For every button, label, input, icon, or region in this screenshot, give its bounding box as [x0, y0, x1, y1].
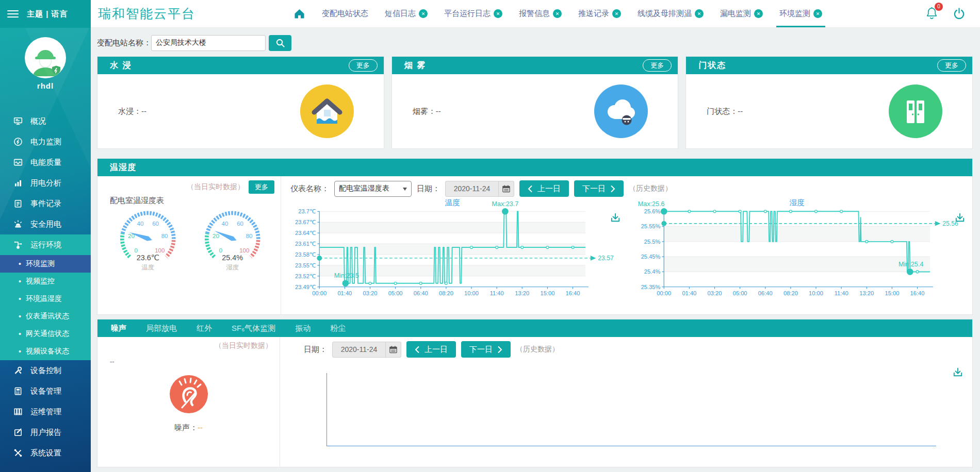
hamburger-icon[interactable]: [7, 10, 19, 18]
topnav-item-环境监测[interactable]: 环境监测✕: [779, 0, 822, 27]
sidebar-item-设备管理[interactable]: 设备管理: [0, 381, 91, 401]
download-icon[interactable]: [953, 367, 963, 377]
clear-badge-icon[interactable]: ✕: [695, 9, 704, 18]
avatar[interactable]: [25, 37, 66, 78]
tab-噪声[interactable]: 噪声: [111, 324, 126, 333]
clear-badge-icon[interactable]: ✕: [813, 9, 822, 18]
station-name-label: 变配电站名称：: [97, 38, 151, 48]
noise-sensor-icon: [166, 372, 211, 417]
date-picker[interactable]: 2020-11-24: [332, 342, 401, 358]
topnav-item-推送记录[interactable]: 推送记录✕: [578, 0, 621, 27]
next-day-button[interactable]: 下一日: [574, 180, 624, 197]
sidebar-subitem-环境温湿度[interactable]: •环境温湿度: [0, 290, 91, 308]
card-more-button[interactable]: 更多: [349, 59, 378, 72]
svg-text:16:40: 16:40: [910, 290, 925, 296]
water-sensor-icon: [300, 85, 354, 138]
svg-text:25.4%: 25.4%: [644, 268, 661, 275]
svg-text:0: 0: [219, 247, 222, 254]
tab-SF₆气体监测[interactable]: SF₆气体监测: [232, 324, 275, 333]
search-button[interactable]: [269, 35, 291, 51]
topnav-item-线缆及母排测温[interactable]: 线缆及母排测温✕: [638, 0, 704, 27]
gauge-more-button[interactable]: 更多: [249, 180, 274, 194]
next-day-button[interactable]: 下一日: [461, 341, 511, 358]
sidebar-subitem-视频设备状态[interactable]: •视频设备状态: [0, 343, 91, 360]
tab-振动[interactable]: 振动: [295, 324, 311, 333]
svg-text:0: 0: [134, 247, 137, 254]
topnav-item-label: 变配电站状态: [322, 9, 368, 19]
home-icon[interactable]: [293, 8, 305, 20]
bullet-icon: •: [19, 313, 21, 320]
date-label: 日期：: [304, 345, 327, 355]
svg-text:40: 40: [137, 221, 144, 227]
station-search-input[interactable]: [151, 35, 266, 51]
noise-value-line: 噪声：--: [105, 423, 272, 433]
sidebar-subitem-label: 仪表通讯状态: [26, 312, 69, 321]
meter-select[interactable]: 配电室温湿度表: [334, 181, 412, 197]
sidebar-item-用电分析[interactable]: 用电分析: [0, 173, 91, 193]
realtime-label: （当日实时数据）: [215, 341, 272, 350]
sidebar-subitem-仪表通讯状态[interactable]: •仪表通讯状态: [0, 308, 91, 325]
topnav-item-短信日志[interactable]: 短信日志✕: [385, 0, 428, 27]
prev-day-button[interactable]: 上一日: [519, 180, 569, 197]
clear-badge-icon[interactable]: ✕: [419, 9, 428, 18]
svg-text:25.5%: 25.5%: [644, 239, 661, 245]
tab-红外[interactable]: 红外: [197, 324, 212, 333]
noise-label: 噪声：: [174, 423, 198, 432]
sidebar-item-用户报告[interactable]: 用户报告: [0, 422, 91, 443]
tab-粉尘[interactable]: 粉尘: [330, 324, 346, 333]
door-sensor-icon: [889, 85, 942, 138]
card-more-button[interactable]: 更多: [937, 59, 966, 72]
sidebar-subitem-网关通信状态[interactable]: •网关通信状态: [0, 325, 91, 343]
prev-day-button[interactable]: 上一日: [406, 341, 456, 358]
sidebar-item-事件记录[interactable]: 事件记录: [0, 193, 91, 214]
card-more-button[interactable]: 更多: [643, 59, 672, 72]
date-picker[interactable]: 2020-11-24: [445, 181, 514, 197]
svg-text:80: 80: [246, 233, 252, 239]
svg-text:13:20: 13:20: [515, 290, 529, 296]
sidebar-item-电能质量[interactable]: 电能质量: [0, 152, 91, 173]
clear-badge-icon[interactable]: ✕: [612, 9, 621, 18]
temp-humidity-title: 温湿度: [110, 162, 136, 173]
svg-text:23.7℃: 23.7℃: [298, 208, 316, 214]
svg-text:08:20: 08:20: [783, 290, 798, 296]
realtime-label: （当日实时数据）: [187, 182, 244, 192]
sidebar-item-运维管理[interactable]: 运维管理: [0, 401, 91, 422]
sidebar-item-安全用电[interactable]: 安全用电: [0, 214, 91, 234]
download-icon[interactable]: [610, 212, 620, 223]
topnav-item-变配电站状态[interactable]: 变配电站状态: [322, 0, 368, 27]
card-body: 烟雾：--: [392, 74, 678, 148]
calendar-icon: [385, 342, 401, 357]
tab-局部放电[interactable]: 局部放电: [146, 324, 177, 333]
sidebar-item-运行环境[interactable]: 运行环境: [0, 234, 91, 255]
sensor-cards-row: 水 浸更多水浸：--烟 雾更多烟雾：--门状态更多门状态：--: [97, 56, 973, 149]
svg-text:25.45%: 25.45%: [641, 254, 661, 260]
svg-text:60: 60: [237, 221, 243, 227]
power-monitor-icon: [13, 137, 23, 146]
logout-button[interactable]: [953, 7, 966, 20]
topnav-item-漏电监测[interactable]: 漏电监测✕: [720, 0, 763, 27]
chevron-left-icon: [528, 185, 533, 193]
topnav-item-报警信息[interactable]: 报警信息✕: [519, 0, 562, 27]
chevron-right-icon: [497, 346, 502, 353]
noise-history-pane: 日期： 2020-11-24 上一日 下一日: [280, 337, 972, 467]
realtime-row: （当日实时数据） 更多: [106, 180, 274, 194]
topnav-item-平台运行日志[interactable]: 平台运行日志✕: [444, 0, 502, 27]
sidebar-item-label: 电力监测: [30, 137, 61, 147]
sidebar-item-电力监测[interactable]: 电力监测: [0, 131, 91, 152]
clear-badge-icon[interactable]: ✕: [553, 9, 562, 18]
calendar-icon: [498, 181, 514, 196]
clear-badge-icon[interactable]: ✕: [494, 9, 502, 18]
sidebar-subitem-视频监控[interactable]: •视频监控: [0, 273, 91, 290]
theme-language-toggle[interactable]: 主题 | 语言: [27, 9, 68, 19]
download-icon[interactable]: [955, 212, 965, 223]
sidebar-subitem-环境监测[interactable]: •环境监测: [0, 255, 91, 273]
notifications-button[interactable]: 0: [925, 6, 938, 22]
sensor-card-门状态: 门状态更多门状态：--: [685, 56, 973, 149]
clear-badge-icon[interactable]: ✕: [754, 9, 763, 18]
environment-sensors-panel: 噪声局部放电红外SF₆气体监测振动粉尘 （当日实时数据） -- 噪声：-- 日期…: [97, 319, 973, 467]
sidebar-item-设备控制[interactable]: 设备控制: [0, 360, 91, 381]
sidebar-item-label: 用户报告: [30, 428, 61, 437]
sensor-panel-body: （当日实时数据） -- 噪声：-- 日期： 2020-11-24: [97, 337, 972, 467]
sidebar-item-概况[interactable]: 概况: [0, 111, 91, 131]
sidebar-item-系统设置[interactable]: 系统设置: [0, 443, 91, 463]
